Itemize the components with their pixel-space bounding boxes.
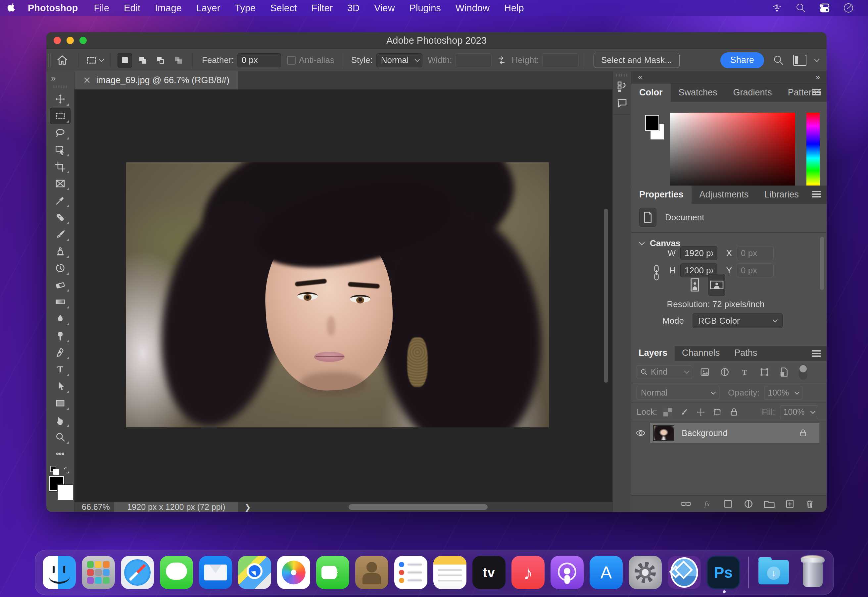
zoom-tool[interactable] [50, 429, 71, 445]
lasso-tool[interactable] [50, 125, 71, 141]
path-selection-tool[interactable] [50, 378, 71, 395]
canvas-x-input[interactable] [736, 246, 774, 260]
document-info[interactable]: 1920 px x 1200 px (72 ppi) [114, 502, 238, 512]
lock-all-icon[interactable] [728, 407, 740, 417]
pen-tool[interactable] [50, 344, 71, 361]
opacity-field[interactable]: 100% [764, 386, 803, 400]
brush-tool[interactable] [50, 226, 71, 242]
style-dropdown[interactable]: Normal [376, 53, 422, 67]
portrait-orientation-button[interactable] [686, 274, 704, 296]
filter-kind-dropdown[interactable]: Kind [637, 365, 692, 379]
current-tool-preset[interactable] [86, 55, 103, 66]
chevron-down-icon[interactable] [815, 56, 820, 62]
dock-podcasts-icon[interactable] [551, 556, 584, 589]
filter-pixel-layers-icon[interactable] [698, 367, 712, 377]
color-mode-dropdown[interactable]: RGB Color [693, 313, 783, 328]
menu-3d[interactable]: 3D [340, 3, 367, 13]
dock-notes-icon[interactable] [433, 556, 467, 589]
menu-select[interactable]: Select [263, 3, 304, 13]
close-tab-icon[interactable]: ✕ [83, 75, 91, 86]
dock-photoshop-icon[interactable]: Ps [707, 556, 740, 589]
fill-field[interactable]: 100% [780, 405, 818, 419]
height-input[interactable] [542, 53, 579, 67]
dock-trash-icon[interactable] [796, 556, 829, 589]
canvas-viewport[interactable] [74, 89, 612, 502]
collapse-left-icon[interactable]: « [638, 73, 642, 82]
canvas-width-input[interactable] [680, 246, 717, 260]
rectangular-marquee-tool[interactable] [50, 108, 71, 124]
new-selection-button[interactable] [117, 53, 132, 68]
filter-smart-objects-icon[interactable] [777, 367, 791, 377]
link-layers-icon[interactable] [680, 499, 692, 509]
collapse-right-icon[interactable]: » [816, 73, 820, 82]
blur-tool[interactable] [50, 310, 71, 327]
eyedropper-tool[interactable] [50, 192, 71, 209]
tab-swatches[interactable]: Swatches [671, 83, 725, 102]
new-adjustment-layer-icon[interactable] [743, 499, 754, 509]
layer-filter-toggle[interactable] [799, 364, 807, 380]
dock-maps-icon[interactable] [238, 556, 271, 589]
window-title-bar[interactable]: Adobe Photoshop 2023 [46, 32, 827, 49]
layer-thumbnail[interactable] [653, 425, 674, 441]
panel-menu-icon[interactable] [812, 350, 821, 352]
dock-messages-icon[interactable] [160, 556, 193, 589]
panel-menu-icon[interactable] [812, 191, 821, 192]
dock-system-settings-icon[interactable] [629, 556, 662, 589]
blend-mode-dropdown[interactable]: Normal [637, 386, 719, 400]
menu-window[interactable]: Window [448, 3, 497, 13]
document-tab[interactable]: ✕ image_69.jpg @ 66.7% (RGB/8#) [74, 71, 238, 89]
frame-tool[interactable] [50, 175, 71, 192]
menu-help[interactable]: Help [497, 3, 531, 13]
panel-menu-icon[interactable] [812, 89, 821, 90]
menu-image[interactable]: Image [148, 3, 189, 13]
tab-channels[interactable]: Channels [675, 345, 727, 361]
layer-lock-icon[interactable] [799, 429, 807, 437]
dock-photos-icon[interactable] [277, 556, 310, 589]
swap-colors-icon[interactable] [62, 466, 71, 475]
background-color-swatch[interactable] [58, 485, 73, 500]
history-brush-tool[interactable] [50, 260, 71, 276]
control-center-icon[interactable] [819, 2, 830, 13]
comments-panel-icon[interactable] [615, 97, 629, 110]
dock-facetime-icon[interactable] [316, 556, 349, 589]
intersect-selection-button[interactable] [171, 53, 186, 68]
link-dimensions-icon[interactable] [652, 264, 661, 281]
menu-plugins[interactable]: Plugins [402, 3, 448, 13]
menu-type[interactable]: Type [227, 3, 263, 13]
hand-tool[interactable] [50, 412, 71, 428]
history-panel-icon[interactable] [615, 80, 629, 93]
filter-adjustment-layers-icon[interactable] [717, 367, 732, 377]
layer-visibility-toggle[interactable] [631, 423, 650, 443]
hue-slider[interactable] [806, 113, 820, 196]
search-icon[interactable] [773, 54, 785, 66]
spotlight-icon[interactable] [795, 2, 806, 13]
object-selection-tool[interactable] [50, 141, 71, 158]
zoom-level-field[interactable]: 66.67% [74, 502, 114, 512]
selected-layer[interactable]: Background [650, 423, 819, 443]
delete-layer-icon[interactable] [805, 499, 815, 509]
new-layer-icon[interactable] [785, 499, 795, 509]
tab-color[interactable]: Color [631, 83, 671, 102]
width-input[interactable] [455, 53, 492, 67]
toolbar-collapse-icon[interactable]: » [46, 71, 74, 83]
menu-file[interactable]: File [86, 3, 117, 13]
home-icon[interactable] [56, 54, 68, 66]
menu-layer[interactable]: Layer [189, 3, 228, 13]
foreground-color-swatch[interactable] [645, 115, 659, 131]
lock-pixels-icon[interactable] [678, 407, 690, 417]
filter-type-layers-icon[interactable]: T [737, 367, 752, 377]
edit-toolbar-icon[interactable] [50, 446, 71, 462]
lock-transparency-icon[interactable] [662, 408, 674, 416]
feather-input[interactable] [237, 53, 281, 67]
type-tool[interactable]: T [50, 361, 71, 378]
filter-shape-layers-icon[interactable] [757, 367, 772, 377]
crop-tool[interactable] [50, 158, 71, 175]
select-and-mask-button[interactable]: Select and Mask... [594, 53, 680, 68]
tab-properties[interactable]: Properties [631, 186, 692, 204]
dock-mail-icon[interactable] [199, 556, 232, 589]
dock-music-icon[interactable]: ♪ [511, 556, 545, 589]
default-colors-icon[interactable] [50, 466, 59, 475]
document-properties-icon[interactable] [639, 208, 656, 227]
rectangle-tool[interactable] [50, 395, 71, 411]
layer-styles-icon[interactable]: fx [702, 499, 713, 509]
